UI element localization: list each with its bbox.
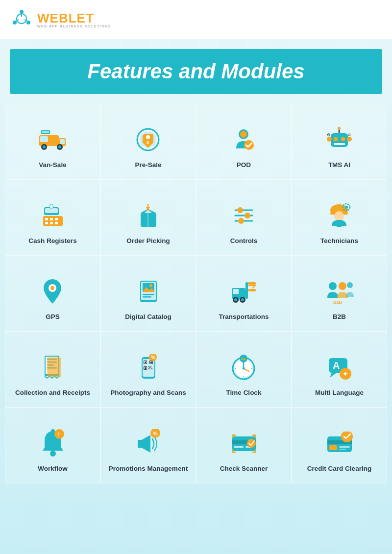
workflow-icon: ! — [41, 428, 65, 459]
digital-catalog-icon — [136, 276, 161, 308]
check-scanner-icon — [230, 428, 258, 459]
svg-point-77 — [339, 282, 346, 290]
svg-rect-100 — [150, 366, 151, 367]
module-order-picking[interactable]: Order Picking — [100, 180, 196, 256]
pre-sale-icon: $ — [135, 124, 162, 156]
svg-point-29 — [338, 127, 341, 130]
svg-point-52 — [238, 218, 244, 224]
module-promotions-management[interactable]: % Promotions Management — [100, 408, 196, 483]
svg-rect-95 — [150, 361, 152, 363]
order-picking-label: Order Picking — [126, 237, 170, 245]
module-b2b[interactable]: B2B B2B — [292, 256, 387, 332]
svg-rect-66 — [143, 296, 151, 298]
svg-rect-70 — [248, 289, 256, 291]
svg-rect-44 — [141, 213, 156, 227]
module-gps[interactable]: GPS — [5, 256, 100, 332]
multi-language-label: Multi Language — [315, 388, 364, 397]
module-time-clock[interactable]: Time Clock — [196, 332, 292, 408]
workflow-label: Workflow — [38, 464, 68, 473]
svg-text:$: $ — [147, 140, 149, 145]
svg-rect-25 — [334, 137, 338, 141]
svg-rect-69 — [248, 282, 256, 285]
svg-point-55 — [334, 211, 344, 221]
svg-text:⚙: ⚙ — [327, 133, 330, 137]
svg-rect-134 — [232, 434, 233, 438]
svg-text:!: ! — [57, 432, 59, 437]
svg-rect-139 — [255, 449, 256, 453]
svg-point-121 — [50, 451, 56, 457]
svg-rect-125 — [138, 440, 142, 448]
cash-registers-icon — [39, 200, 66, 232]
svg-rect-16 — [42, 131, 49, 133]
photography-scans-icon: % — [135, 352, 162, 384]
svg-rect-102 — [151, 368, 152, 369]
order-picking-icon — [135, 200, 162, 232]
svg-rect-138 — [232, 449, 233, 453]
logo-subtitle: WEB-APP BUSINESS SOLUTIONS — [37, 24, 111, 28]
van-sale-icon — [38, 124, 68, 156]
svg-text:%: % — [153, 431, 158, 436]
tms-ai-icon: ⚙ ⚙ — [326, 124, 353, 156]
controls-label: Controls — [230, 237, 258, 245]
pre-sale-label: Pre-Sale — [135, 161, 161, 169]
svg-rect-26 — [341, 137, 345, 141]
transportations-icon — [230, 276, 258, 308]
module-collection-receipts[interactable]: Collection and Receipts — [5, 332, 100, 408]
module-digital-catalog[interactable]: Digital Catalog — [100, 256, 196, 332]
svg-rect-103 — [148, 368, 149, 369]
svg-point-19 — [146, 135, 150, 139]
svg-rect-36 — [45, 208, 58, 213]
svg-rect-37 — [45, 218, 48, 220]
svg-point-60 — [50, 286, 54, 290]
module-van-sale[interactable]: Van-Sale — [5, 104, 100, 180]
logo-text: WEBLET WEB-APP BUSINESS SOLUTIONS — [37, 12, 111, 28]
module-cash-registers[interactable]: Cash Registers — [5, 180, 100, 256]
module-check-scanner[interactable]: Check Scanner — [196, 408, 292, 483]
module-photography-scans[interactable]: % Photography and Scans — [100, 332, 196, 408]
module-controls[interactable]: Controls — [196, 180, 292, 256]
module-multi-language[interactable]: A ✦ Multi Language — [292, 332, 387, 408]
svg-rect-42 — [55, 222, 58, 224]
module-technicians[interactable]: Technicians — [292, 180, 387, 256]
credit-card-clearing-label: Credit Card Clearing — [307, 464, 371, 473]
logo-name-let: LET — [69, 11, 94, 25]
module-workflow[interactable]: ! Workflow — [5, 408, 100, 483]
svg-point-123 — [54, 429, 64, 439]
module-credit-card-clearing[interactable]: Credit Card Clearing — [292, 408, 387, 483]
digital-catalog-label: Digital Catalog — [125, 313, 172, 321]
module-transportations[interactable]: Transportations — [196, 256, 292, 332]
svg-point-1 — [20, 10, 24, 14]
svg-point-30 — [327, 137, 332, 142]
module-tms-ai[interactable]: ⚙ ⚙ TMS AI — [292, 104, 387, 180]
svg-rect-143 — [329, 445, 337, 450]
svg-point-122 — [51, 429, 55, 433]
svg-rect-99 — [148, 366, 149, 367]
svg-text:⚙: ⚙ — [347, 133, 351, 137]
svg-point-140 — [247, 439, 256, 448]
credit-card-clearing-icon — [325, 428, 354, 459]
svg-point-76 — [329, 282, 337, 290]
module-pod[interactable]: POD — [196, 104, 292, 180]
logo-name: WEBLET — [37, 12, 111, 24]
svg-rect-38 — [50, 218, 53, 220]
module-pre-sale[interactable]: $ Pre-Sale — [100, 104, 196, 180]
time-clock-icon — [230, 352, 257, 384]
svg-text:✦: ✦ — [343, 370, 348, 378]
svg-point-78 — [347, 282, 353, 288]
svg-rect-92 — [145, 361, 146, 363]
svg-text:B2B: B2B — [333, 300, 343, 305]
svg-point-3 — [26, 21, 30, 24]
svg-point-2 — [13, 21, 17, 24]
promotions-management-icon: % — [135, 428, 162, 459]
svg-rect-56 — [337, 220, 342, 227]
svg-point-72 — [234, 298, 237, 301]
controls-icon — [230, 200, 257, 232]
svg-point-110 — [243, 367, 245, 369]
svg-rect-87 — [47, 357, 60, 376]
logo-icon — [10, 7, 33, 32]
logo-name-web: WEB — [37, 11, 69, 25]
check-scanner-label: Check Scanner — [220, 464, 268, 473]
svg-point-31 — [347, 137, 352, 142]
svg-point-13 — [58, 145, 61, 148]
time-clock-label: Time Clock — [226, 388, 262, 397]
